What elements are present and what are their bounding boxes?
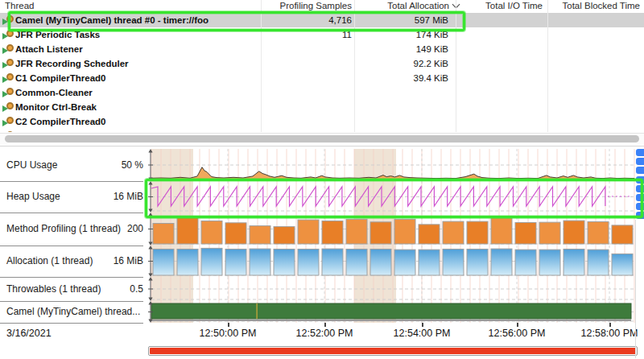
thread-circle-icon	[6, 131, 14, 132]
time-ticklabel: 12:54:00 PM	[394, 328, 451, 339]
time-tickmark	[517, 323, 518, 327]
method-profiling-chart[interactable]	[148, 213, 636, 246]
lane-ytick-method-profiling: 200	[80, 213, 143, 246]
thread-circle-icon	[6, 30, 14, 37]
thread-icon	[2, 44, 14, 55]
timeline-panel: CPU Usage50 %Heap Usage16 MiBMethod Prof…	[0, 146, 644, 359]
chart-tool-button[interactable]	[636, 176, 644, 184]
lane-ytick-throwables: 0.5	[80, 277, 143, 301]
thread-circle-icon	[6, 88, 14, 95]
thread-circle-icon	[6, 73, 14, 80]
time-tickmark	[324, 323, 326, 327]
time-axis: 3/16/2021 12:50:00 PM12:52:00 PM12:54:00…	[0, 323, 644, 346]
thread-name: Monitor Ctrl-Break	[15, 100, 97, 114]
chart-tool-button[interactable]	[636, 158, 644, 165]
range-selection[interactable]	[150, 348, 636, 354]
profiling-samples-value: 4,716	[201, 13, 352, 27]
lane-label-cpu-usage: CPU Usage	[6, 149, 57, 181]
time-ticklabel: 12:56:00 PM	[489, 328, 546, 339]
thread-circle-icon	[6, 59, 14, 66]
thread-icon	[2, 117, 14, 127]
thread-circle-icon	[6, 117, 14, 124]
allocation-chart[interactable]	[148, 246, 636, 277]
thread-icon	[2, 15, 14, 26]
chart-tool-button[interactable]	[636, 212, 644, 219]
time-tickmark	[228, 323, 229, 327]
thread-name: JFR Recording Scheduler	[15, 56, 129, 71]
thread-name: JFR Periodic Tasks	[15, 27, 100, 42]
jmc-profiler-window: ThreadProfiling SamplesTotal AllocationT…	[0, 0, 644, 359]
lane-ytick-heap-usage: 16 MiB	[80, 181, 143, 213]
chart-tool-button[interactable]	[636, 185, 644, 192]
lane-label-heap-usage: Heap Usage	[6, 181, 60, 213]
thread-circle-icon	[6, 15, 14, 23]
thread-name: Common-Cleaner	[15, 85, 93, 100]
lane-ytick-cpu-usage: 50 %	[80, 149, 143, 181]
heap-usage-chart[interactable]	[148, 181, 636, 213]
thread-icon	[2, 131, 14, 132]
chart-tool-button[interactable]	[636, 149, 644, 156]
thread-icon	[2, 73, 14, 84]
lane-ytick-allocation: 16 MiB	[80, 246, 143, 277]
thread-icon	[2, 30, 14, 40]
thread-icon	[2, 88, 14, 98]
thread-name: Attach Listener	[15, 42, 83, 56]
table-horizontal-scrollbar[interactable]	[0, 133, 644, 145]
thread-table: ThreadProfiling SamplesTotal AllocationT…	[0, 0, 644, 146]
thread-name: C1 CompilerThread0	[15, 71, 105, 85]
chart-tool-button[interactable]	[636, 203, 644, 210]
profiling-samples-value: 11	[201, 27, 352, 42]
thread-name: C2 CompilerThread0	[15, 114, 105, 129]
time-ticklabel: 12:58:00 PM	[581, 328, 638, 339]
thread-icon	[2, 102, 14, 113]
date-label: 3/16/2021	[6, 328, 52, 339]
timeline-range-scrollbar[interactable]	[148, 346, 638, 356]
chart-tool-button[interactable]	[636, 167, 644, 174]
time-ticklabel: 12:50:00 PM	[200, 328, 257, 339]
throwables-chart[interactable]	[148, 277, 636, 301]
thread-name: Camel (MyTinyCamel) thread #0 - timer://…	[15, 13, 208, 27]
camel-thread-chart[interactable]	[148, 301, 636, 323]
time-ticklabel: 12:52:00 PM	[296, 328, 353, 339]
chart-tool-button[interactable]	[636, 194, 644, 201]
right-rail-divider	[635, 220, 636, 358]
lane-label-camel-thread: Camel (MyTinyCamel) thread...	[6, 301, 140, 323]
thread-name: main	[15, 129, 37, 132]
thread-circle-icon	[6, 44, 14, 52]
time-tickmark	[609, 323, 611, 327]
scrollbar-thumb[interactable]	[5, 135, 639, 142]
cpu-usage-chart[interactable]	[148, 149, 636, 181]
time-tickmark	[422, 323, 423, 327]
thread-circle-icon	[6, 102, 14, 109]
thread-icon	[2, 59, 14, 69]
